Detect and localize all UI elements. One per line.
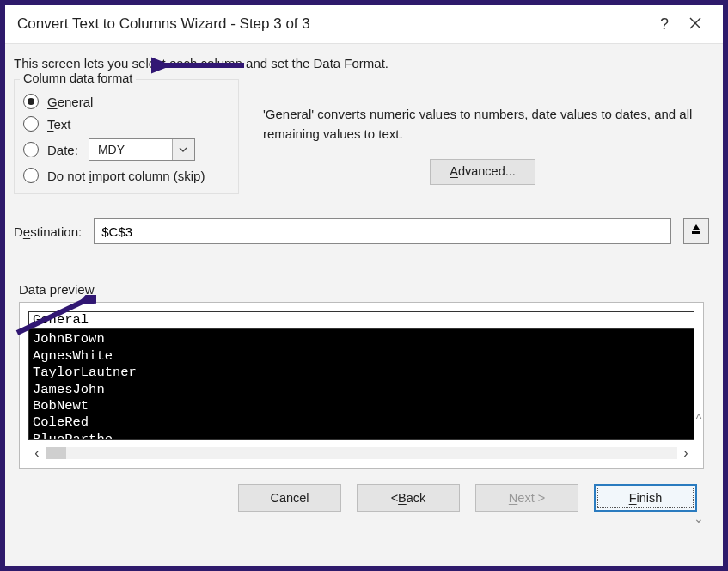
collapse-dialog-icon <box>690 224 702 239</box>
finish-button[interactable]: Finish <box>594 484 697 512</box>
date-format-select[interactable]: MDY <box>89 138 195 161</box>
intro-text: This screen lets you select each column … <box>14 56 709 71</box>
horizontal-scrollbar[interactable]: ‹ › <box>28 440 694 463</box>
date-format-value: MDY <box>89 143 172 157</box>
radio-skip-label: Do not import column (skip) <box>47 169 205 183</box>
radio-date[interactable]: Date: MDY <box>23 138 229 161</box>
close-icon[interactable] <box>680 15 711 34</box>
radio-icon <box>23 142 39 157</box>
radio-general-label: General <box>47 95 93 109</box>
range-picker-button[interactable] <box>683 218 709 244</box>
chevron-down-icon <box>172 139 194 160</box>
back-button[interactable]: < Back <box>357 484 460 512</box>
svg-rect-4 <box>692 231 700 234</box>
destination-value: $C$3 <box>101 224 132 239</box>
radio-text-label: Text <box>47 117 71 132</box>
data-preview-box: General JohnBrown AgnesWhite TaylorLautn… <box>19 302 704 469</box>
radio-date-label: Date: <box>47 143 78 157</box>
wizard-buttons: Cancel < Back Next > Finish <box>14 469 709 512</box>
radio-icon <box>23 116 39 132</box>
format-hint: 'General' converts numeric values to num… <box>263 105 702 144</box>
preview-column-header: General <box>29 312 694 329</box>
scroll-up-icon[interactable]: ^ <box>696 412 702 426</box>
vertical-scrollbar[interactable]: ^ ⌄ <box>690 412 707 525</box>
next-button: Next > <box>475 484 578 512</box>
scroll-down-icon[interactable]: ⌄ <box>694 512 704 525</box>
advanced-button[interactable]: Advanced... <box>430 159 535 185</box>
format-legend: Column data format <box>20 71 136 85</box>
radio-icon <box>23 94 39 109</box>
radio-skip[interactable]: Do not import column (skip) <box>23 168 229 183</box>
scroll-thumb[interactable] <box>46 447 66 459</box>
svg-marker-5 <box>693 224 700 230</box>
preview-grid[interactable]: General JohnBrown AgnesWhite TaylorLautn… <box>28 311 694 440</box>
format-hint-area: 'General' converts numeric values to num… <box>256 79 709 185</box>
destination-input[interactable]: $C$3 <box>94 218 671 244</box>
data-preview-label: Data preview <box>19 282 709 297</box>
destination-label: Destination: <box>14 224 82 239</box>
cancel-button[interactable]: Cancel <box>238 484 341 512</box>
titlebar: Convert Text to Columns Wizard - Step 3 … <box>5 5 723 43</box>
column-data-format-group: Column data format General Text Date: <box>14 79 239 194</box>
scroll-track[interactable] <box>46 447 677 459</box>
dialog-body: This screen lets you select each column … <box>5 43 723 566</box>
wizard-dialog: Convert Text to Columns Wizard - Step 3 … <box>5 5 723 566</box>
radio-icon <box>23 168 39 183</box>
help-icon[interactable]: ? <box>649 15 680 34</box>
scroll-left-icon[interactable]: ‹ <box>28 445 46 461</box>
radio-text[interactable]: Text <box>23 116 229 132</box>
dialog-title: Convert Text to Columns Wizard - Step 3 … <box>17 15 649 33</box>
preview-rows: JohnBrown AgnesWhite TaylorLautner James… <box>29 329 694 439</box>
radio-general[interactable]: General <box>23 94 229 109</box>
